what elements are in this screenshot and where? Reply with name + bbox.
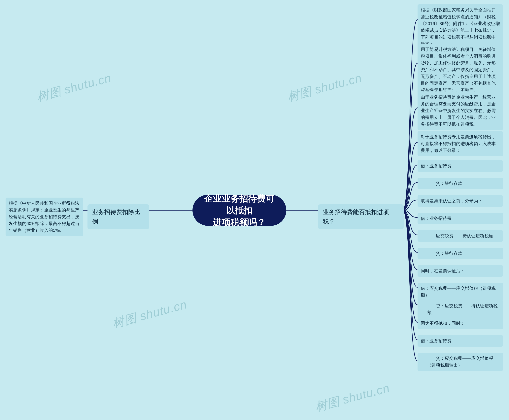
right-item-1[interactable]: 根据《财政部国家税务局关于全面推开营业税改征增值税试点的通知》（财税〔2016〕… (418, 4, 503, 50)
right-item-7[interactable]: 取得发票未认证之前，分录为： (418, 195, 503, 207)
right-item-text: 根据《财政部国家税务局关于全面推开营业税改征增值税试点的通知》（财税〔2016〕… (421, 8, 500, 46)
right-item-13[interactable]: 贷：应交税费——待认证进项税额 (418, 300, 503, 318)
right-item-8[interactable]: 借：业务招待费 (418, 213, 503, 224)
right-branch-label: 业务招待费能否抵扣进项税？ (323, 209, 389, 225)
right-item-text: 贷：应交税费——应交增值税（进项税额转出） (427, 356, 493, 368)
center-title-line2: 进项税额吗？ (213, 217, 266, 227)
left-leaf-text: 根据《中华人民共和国企业所得税法实施条例》规定：企业发生的与生产经营活动有关的业… (9, 201, 79, 233)
right-item-text: 因为不得抵扣，同时： (421, 321, 465, 326)
right-item-text: 取得发票未认证之前，分录为： (421, 198, 483, 203)
right-item-12[interactable]: 借：应交税费——应交增值税（进项税额） (418, 283, 503, 301)
right-item-text: 用于简易计税方法计税项目、免征增值税项目、集体福利或者个人消费的购进货物、加工修… (421, 47, 496, 93)
watermark-text: 树图 shutu.cn (111, 296, 189, 332)
right-item-text: 贷：银行存款 (427, 251, 463, 256)
right-item-16[interactable]: 贷：应交税费——应交增值税（进项税额转出） (418, 352, 503, 371)
right-item-2[interactable]: 用于简易计税方法计税项目、免征增值税项目、集体福利或者个人消费的购进货物、加工修… (418, 44, 503, 96)
right-item-4[interactable]: 对于业务招待费专用发票进项税转出，可直接将不得抵扣的进项税额计入成本费用，做以下… (418, 131, 503, 156)
right-item-text: 同时，在发票认证后： (421, 268, 465, 273)
right-item-10[interactable]: 贷：银行存款 (418, 248, 503, 259)
right-item-text: 贷：应交税费——待认证进项税额 (427, 303, 498, 315)
right-item-14[interactable]: 因为不得抵扣，同时： (418, 318, 503, 329)
right-item-text: 贷：银行存款 (427, 181, 463, 186)
right-item-text: 借：应交税费——应交增值税（进项税额） (421, 286, 496, 298)
center-title-line1: 企业业务招待费可以抵扣 (204, 194, 274, 215)
right-item-5[interactable]: 借：业务招待费 (418, 160, 503, 172)
right-item-text: 由于业务招待费是企业为生产、经营业务的合理需要而支付的应酬费用，是企业生产经营中… (421, 95, 496, 127)
watermark-text: 树图 shutu.cn (286, 70, 364, 105)
center-node[interactable]: 企业业务招待费可以抵扣 进项税额吗？ (192, 195, 286, 226)
watermark-text: 树图 shutu.cn (35, 70, 113, 105)
right-item-text: 对于业务招待费专用发票进项税转出，可直接将不得抵扣的进项税额计入成本费用，做以下… (421, 134, 496, 153)
right-item-text: 应交税费——待认证进项税额 (427, 233, 493, 238)
right-branch-node[interactable]: 业务招待费能否抵扣进项税？ (318, 204, 404, 229)
left-branch-node[interactable]: 业务招待费扣除比例 (87, 204, 149, 229)
left-leaf-node[interactable]: 根据《中华人民共和国企业所得税法实施条例》规定：企业发生的与生产经营活动有关的业… (6, 198, 83, 236)
right-item-3[interactable]: 由于业务招待费是企业为生产、经营业务的合理需要而支付的应酬费用，是企业生产经营中… (418, 91, 503, 130)
right-item-11[interactable]: 同时，在发票认证后： (418, 265, 503, 277)
right-item-15[interactable]: 借：业务招待费 (418, 335, 503, 347)
center-title: 企业业务招待费可以抵扣 进项税额吗？ (200, 193, 278, 228)
right-item-text: 借：业务招待费 (421, 163, 452, 168)
mindmap-canvas: 企业业务招待费可以抵扣 进项税额吗？ 业务招待费扣除比例 根据《中华人民共和国企… (0, 0, 509, 420)
left-branch-label: 业务招待费扣除比例 (92, 209, 140, 225)
right-item-9[interactable]: 应交税费——待认证进项税额 (418, 230, 503, 242)
right-item-text: 借：业务招待费 (421, 338, 452, 343)
right-item-6[interactable]: 贷：银行存款 (418, 178, 503, 189)
right-item-text: 借：业务招待费 (421, 216, 452, 221)
watermark-text: 树图 shutu.cn (313, 380, 392, 415)
